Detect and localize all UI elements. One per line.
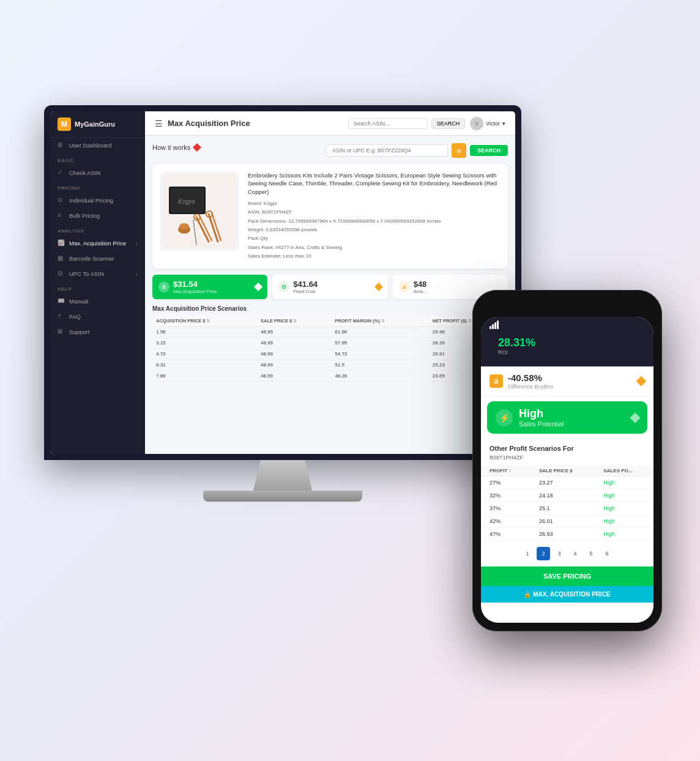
sidebar-item-upc[interactable]: ⊟ UPC To ASIN [50, 266, 145, 281]
phone-roi-section: 28.31% ROI [481, 329, 653, 366]
search-button[interactable]: SEARCH [470, 145, 508, 156]
cell-sale: 48.99 [257, 370, 331, 381]
diff-label: Difference BuyBox [508, 384, 553, 390]
sidebar-item-dashboard[interactable]: ⊞ User Dashboard [50, 138, 145, 153]
monitor: M MyGainGuru ⊞ User Dashboard BASIC ✓ Ch… [44, 105, 521, 502]
page-4[interactable]: 4 [568, 547, 582, 560]
cell-margin: 48.28 [331, 370, 429, 381]
metric-label: Fixed Cost [293, 289, 318, 294]
col-sale: SALE PRICE $⇅ [257, 316, 331, 327]
scenarios-section: Max Acquisition Price Scenarios ACQUISIT… [152, 305, 508, 382]
page-5[interactable]: 5 [584, 547, 598, 560]
sidebar-item-barcode[interactable]: ▦ Barcode Scanner [50, 251, 145, 266]
topbar-search-input[interactable] [348, 118, 428, 129]
diff-value: -40.58% [508, 373, 542, 383]
cell-acquisition: 6.31 [152, 359, 257, 370]
phone-max-button[interactable]: 🔒 MAX. ACQUISITION PRICE [481, 586, 653, 603]
product-image: Kogyx [160, 171, 239, 251]
phone-table-row: 42% 26.01 High [481, 515, 653, 528]
bar-3 [494, 322, 496, 329]
phone-table-row: 37% 25.1 High [481, 502, 653, 515]
yellow-action-button[interactable]: ⊕ [452, 143, 466, 158]
phone-col-sales-potential: SALES PO... [595, 466, 653, 477]
sidebar-item-check-asin[interactable]: ✓ Check ASIN [50, 165, 145, 180]
metric-diamond-icon [254, 283, 262, 291]
page-1[interactable]: 1 [521, 547, 534, 560]
content-area: How it works ⊕ SEARCH [145, 136, 515, 454]
logo-text: MyGainGuru [75, 121, 115, 128]
phone-roi-value: 28.31% [490, 332, 645, 349]
product-weight: Weight: 0.63534055598 pounds [248, 226, 501, 234]
cell-sales-potential: High [595, 502, 653, 515]
sidebar: M MyGainGuru ⊞ User Dashboard BASIC ✓ Ch… [50, 111, 145, 454]
chevron-down-icon: ▾ [502, 121, 505, 127]
cell-sales-potential: High [595, 515, 653, 528]
sidebar-item-individual-pricing[interactable]: ⊙ Individual Pricing [50, 193, 145, 208]
table-row: 1.5848.9961.9629.96 [152, 326, 508, 337]
phone-screen: 28.31% ROI a -40.58% Difference BuyBox [481, 317, 653, 623]
cell-sale-price: 26.93 [531, 528, 595, 541]
cell-profit: 42% [481, 515, 531, 528]
page-2[interactable]: 2 [537, 547, 550, 560]
search-bar: SEARCH [348, 118, 466, 129]
bar-2 [492, 324, 494, 329]
cell-profit: 47% [481, 528, 531, 541]
phone-table-header: PROFIT ↑ SALE PRICE $ SALES PO... [481, 466, 653, 477]
phone-table-body: 27% 23.27 High 32% 24.18 High 37% [481, 477, 653, 541]
sidebar-item-bulk-pricing[interactable]: ≡ Bulk Pricing [50, 208, 145, 223]
barcode-icon: ▦ [58, 254, 65, 262]
sidebar-item-label: Manual [69, 298, 88, 305]
phone-screen-inner: 28.31% ROI a -40.58% Difference BuyBox [481, 317, 653, 603]
sidebar-item-label: Individual Pricing [69, 197, 113, 204]
product-category: Sales Rank: #4277 in Arts, Crafts & Sewi… [248, 243, 501, 252]
monitor-stand-neck [246, 460, 319, 491]
metric-inner: ⊙ $41.64 Fixed Cost [278, 280, 381, 294]
product-brand: Brand: Kogyx [248, 199, 501, 208]
page-title: Max Acquisition Price [168, 119, 343, 128]
product-pack-qty: Pack Qty [248, 234, 501, 243]
sidebar-item-manual[interactable]: 📖 Manual [50, 294, 145, 309]
phone-diff-row: a -40.58% Difference BuyBox [481, 366, 653, 396]
topbar-search-button[interactable]: SEARCH [431, 118, 466, 129]
sidebar-item-max-acquisition[interactable]: 📈 Max. Acquisition Price [50, 236, 145, 251]
sidebar-item-faq[interactable]: ? FAQ [50, 309, 145, 324]
phone-signal-bars [490, 321, 645, 329]
metric-label: Max Acquisition Price [173, 289, 217, 294]
hamburger-icon[interactable]: ☰ [155, 119, 163, 128]
cell-acquisition: 1.58 [152, 326, 257, 337]
phone: 28.31% ROI a -40.58% Difference BuyBox [472, 290, 662, 631]
metric-value: $31.54 [173, 280, 217, 289]
phone-col-profit: PROFIT ↑ [481, 466, 531, 477]
diff-diamond-icon [636, 376, 647, 387]
metric-fixed-cost: ⊙ $41.64 Fixed Cost [272, 275, 387, 299]
sidebar-item-label: FAQ [69, 313, 81, 320]
page-6[interactable]: 6 [600, 547, 614, 560]
product-meta: Brand: Kogyx ASIN: B08T1PH4ZF Pack Dimen… [248, 199, 501, 261]
phone-notch [540, 299, 595, 312]
product-sales-estimate: Sales Estimate: Less than 10 [248, 252, 501, 261]
cell-sale-price: 26.01 [531, 515, 595, 528]
sort-icon: ⇅ [381, 319, 385, 323]
topbar: ☰ Max Acquisition Price SEARCH V Victor … [145, 111, 515, 136]
col-acquisition: ACQUISITION PRICE $⇅ [152, 316, 257, 327]
phone-save-button[interactable]: SAVE PRICING [481, 566, 653, 586]
cell-sales-potential: High [595, 477, 653, 489]
faq-icon: ? [58, 313, 65, 321]
product-asin: ASIN: B08T1PH4ZF [248, 208, 501, 217]
sidebar-item-support[interactable]: ⊠ Support [50, 324, 145, 340]
high-sales-text: High Sales Potential [519, 407, 564, 428]
asin-input[interactable] [326, 144, 448, 157]
metric-text: $41.64 Fixed Cost [293, 280, 318, 294]
phone-table-row: 32% 24.18 High [481, 489, 653, 502]
page-3[interactable]: 3 [553, 547, 566, 560]
sort-icon: ⇅ [293, 319, 297, 323]
sidebar-item-label: UPC To ASIN [69, 270, 104, 277]
table-row: 6.3148.9951.525.23 [152, 359, 508, 370]
how-it-works-text: How it works [152, 144, 190, 151]
phone-pagination: 1 2 3 4 5 6 [481, 541, 653, 566]
sidebar-item-label: Max. Acquisition Price [69, 240, 126, 247]
sidebar-section-basic: BASIC [50, 153, 145, 165]
metric-inner: $ $31.54 Max Acquisition Price [158, 280, 261, 294]
zap-icon: ⚡ [496, 409, 513, 426]
monitor-stand-base [203, 491, 362, 502]
